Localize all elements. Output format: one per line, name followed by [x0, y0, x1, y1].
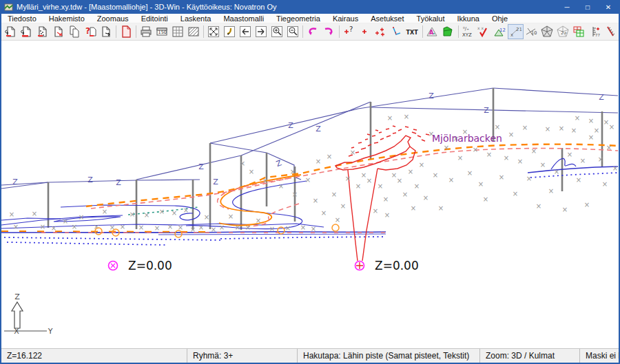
scatter-point-mark: ×: [110, 224, 115, 231]
point-code-button[interactable]: x21: [508, 24, 524, 39]
red-scribble: [393, 133, 396, 133]
orange-terrain-lines: [1, 144, 618, 232]
menu-item-editointi[interactable]: Editointi: [135, 14, 174, 23]
menu-item-kairaus[interactable]: Kairaus: [327, 14, 364, 23]
scatter-point-mark: ×: [102, 208, 107, 215]
svg-text:TXT: TXT: [406, 30, 419, 36]
red-scribble: [405, 127, 409, 127]
menu-item-hakemisto[interactable]: Hakemisto: [43, 14, 91, 23]
zero-level-markers: Z=0.00Z=0.00: [109, 259, 419, 272]
query-file-button[interactable]: ?: [82, 24, 98, 39]
scatter-point-mark: ×: [327, 153, 332, 160]
zero-marker[interactable]: Z=0.00: [109, 259, 172, 272]
check-points-button[interactable]: x x: [476, 24, 492, 39]
menu-item-ohje[interactable]: Ohje: [486, 14, 514, 23]
undo-button[interactable]: [305, 24, 321, 39]
zoom-in-button[interactable]: [269, 24, 285, 39]
copy-file-button[interactable]: [66, 24, 82, 39]
view-next-button[interactable]: [253, 24, 269, 39]
add-point-button[interactable]: [357, 24, 373, 39]
scatter-point-mark: ×: [419, 161, 424, 169]
red-scribble: [355, 152, 359, 153]
scatter-point-mark: ×: [598, 156, 603, 163]
axis-z-label: Z: [14, 292, 20, 301]
txt-tool-button[interactable]: TXT: [404, 24, 420, 39]
print-button[interactable]: [138, 24, 154, 39]
triangle-model-button[interactable]: A: [424, 24, 440, 39]
cross-section-button[interactable]: 10: [524, 24, 539, 39]
scatter-point-mark: ×: [513, 190, 518, 197]
angle-tool-button[interactable]: [389, 24, 404, 39]
menu-item-zoomaus[interactable]: Zoomaus: [91, 14, 135, 23]
scatter-point-mark: ×: [594, 127, 599, 134]
area-tool-button[interactable]: [440, 24, 456, 39]
zoom-all-button[interactable]: [205, 24, 221, 39]
point-list-icon: 150: [155, 25, 169, 39]
save-grid-button[interactable]: [169, 24, 185, 39]
title-bar: Mylläri_virhe.xy.tdw - [Maastomalliohje]…: [1, 0, 619, 14]
z-line-label: Z: [87, 175, 93, 184]
point-list-button[interactable]: 150: [154, 24, 169, 39]
menu-item-asetukset[interactable]: Asetukset: [364, 14, 410, 23]
scatter-point-mark: ×: [575, 114, 580, 122]
surface-model-button[interactable]: [539, 24, 555, 39]
zoom-out-button[interactable]: [285, 24, 300, 39]
drawing-canvas[interactable]: ××××××××××××××××××××××××××××××××××××××××…: [1, 41, 619, 348]
red-scribble: [412, 132, 416, 133]
zero-marker-plus: [356, 262, 363, 269]
undo-icon: [306, 25, 320, 39]
menu-item-maastomalli[interactable]: Maastomalli: [217, 14, 270, 23]
svg-text:⁰∕₊: ⁰∕₊: [463, 26, 469, 32]
z-line-label: Z: [116, 178, 121, 187]
view-prev-button[interactable]: [237, 24, 253, 39]
open-file-alt-icon: [20, 25, 34, 39]
slope-tool-icon: [603, 25, 617, 39]
triangle-calc-button[interactable]: 12: [492, 24, 508, 39]
xyz-transform-button[interactable]: ⁰∕₊XYZ: [460, 24, 476, 39]
menu-item-laskenta[interactable]: Laskenta: [174, 14, 218, 23]
profile-points-icon: 77: [588, 25, 601, 39]
scatter-point-mark: ×: [51, 224, 56, 232]
menu-item-tiedosto[interactable]: Tiedosto: [1, 14, 43, 23]
scatter-point-mark: ×: [438, 204, 444, 212]
scatter-point-mark: ×: [588, 133, 594, 141]
slope-tool-button[interactable]: [603, 24, 619, 39]
scatter-point-mark: ×: [559, 125, 564, 132]
z-line-label: Z: [484, 106, 489, 115]
read-points-button[interactable]: [34, 24, 50, 39]
svg-text:10: 10: [531, 30, 537, 36]
element-page-button[interactable]: [118, 24, 134, 39]
close-button[interactable]: ✕: [598, 0, 619, 14]
scatter-point-mark: ×: [606, 144, 612, 151]
open-file-alt-button[interactable]: [19, 24, 34, 39]
menu-bar: TiedostoHakemistoZoomausEditointiLaskent…: [1, 14, 619, 23]
open-file-button[interactable]: [3, 24, 19, 39]
scatter-point-mark: ×: [335, 216, 340, 224]
scatter-point-mark: ×: [204, 213, 209, 221]
save-file-button[interactable]: [50, 24, 66, 39]
profile-points-button[interactable]: 77: [587, 24, 603, 39]
grid-model-button[interactable]: [571, 24, 587, 39]
menu-item-työkalut[interactable]: Työkalut: [411, 14, 451, 23]
section-frame-lines: [1, 88, 618, 189]
svg-text:21: 21: [516, 27, 522, 32]
add-point-query-button[interactable]: ?: [341, 24, 357, 39]
scatter-point-mark: ×: [94, 223, 99, 231]
red-scribble: [379, 132, 382, 133]
menu-item-tiegeometria[interactable]: Tiegeometria: [270, 14, 327, 23]
add-points-button[interactable]: [373, 24, 389, 39]
maximize-button[interactable]: □: [577, 0, 598, 14]
redo-button[interactable]: [321, 24, 337, 39]
scatter-point-mark: ×: [154, 224, 160, 232]
scatter-point-mark: ×: [483, 195, 488, 203]
minimize-button[interactable]: ─: [557, 0, 577, 14]
scatter-point-mark: ×: [316, 158, 321, 165]
pan-view-button[interactable]: [221, 24, 237, 39]
menu-item-ikkuna[interactable]: Ikkuna: [451, 14, 485, 23]
export-file-button[interactable]: [98, 24, 114, 39]
surface-model-alt-button[interactable]: 2+: [555, 24, 571, 39]
element-page-icon: [119, 25, 133, 39]
zero-marker[interactable]: Z=0.00: [355, 259, 419, 272]
hatch-pattern-button[interactable]: [185, 24, 201, 39]
scatter-point-mark: ×: [383, 195, 389, 203]
